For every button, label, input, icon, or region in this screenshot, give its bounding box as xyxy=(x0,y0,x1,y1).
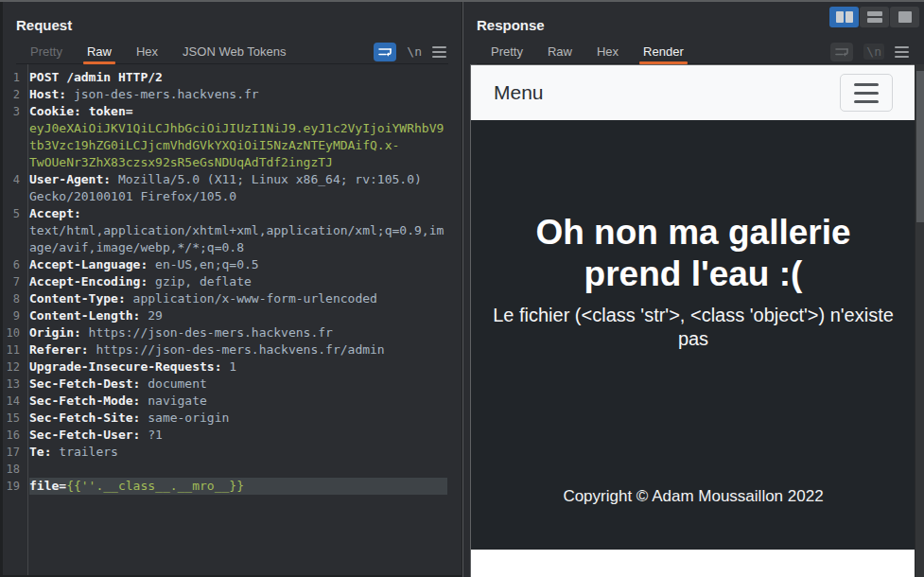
line-number: 3 xyxy=(3,103,24,171)
line-content: Accept-Language: en-US,en;q=0.5 xyxy=(29,256,447,273)
hamburger-menu-icon xyxy=(854,83,879,86)
request-line[interactable]: 5Accept: text/html,application/xhtml+xml… xyxy=(3,205,462,256)
line-number: 18 xyxy=(3,461,24,478)
line-number: 16 xyxy=(3,427,24,444)
line-content: Accept-Encoding: gzip, deflate xyxy=(29,273,447,290)
render-scrollbar[interactable] xyxy=(915,64,924,577)
word-wrap-toggle-button[interactable] xyxy=(374,43,396,61)
navbar-brand[interactable]: Menu xyxy=(494,81,544,104)
word-wrap-icon xyxy=(834,45,849,59)
tab-pretty[interactable]: Pretty xyxy=(18,40,75,63)
tab-hex[interactable]: Hex xyxy=(584,40,631,63)
line-content: Sec-Fetch-Mode: navigate xyxy=(29,393,447,410)
render-scrollbar-thumb[interactable] xyxy=(916,71,924,222)
split-columns-button[interactable] xyxy=(829,7,859,27)
line-number: 8 xyxy=(3,290,24,307)
line-content xyxy=(29,461,447,478)
request-line[interactable]: 3Cookie: token=eyJ0eXAiOiJKV1QiLCJhbGciO… xyxy=(3,103,462,171)
line-number: 17 xyxy=(3,444,24,461)
line-number: 10 xyxy=(3,324,24,341)
tab-pretty[interactable]: Pretty xyxy=(479,40,535,63)
response-tabs: PrettyRawHexRender xyxy=(479,40,696,63)
line-number: 13 xyxy=(3,376,24,393)
layout-switcher xyxy=(829,7,919,27)
tab-hex[interactable]: Hex xyxy=(124,40,170,63)
request-line[interactable]: 6Accept-Language: en-US,en;q=0.5 xyxy=(3,256,462,273)
line-content: Content-Type: application/x-www-form-url… xyxy=(29,290,447,307)
line-content: Sec-Fetch-Site: same-origin xyxy=(29,410,447,427)
line-number: 19 xyxy=(3,478,24,495)
line-content: Content-Length: 29 xyxy=(29,307,447,324)
single-pane-icon xyxy=(898,11,912,23)
request-line[interactable]: 12Upgrade-Insecure-Requests: 1 xyxy=(3,358,462,376)
line-number: 2 xyxy=(3,86,24,103)
navbar-toggler-button[interactable] xyxy=(840,74,893,112)
page-bottom-section xyxy=(471,550,915,577)
tab-render[interactable]: Render xyxy=(631,40,696,63)
rendered-navbar: Menu xyxy=(471,65,915,120)
line-number: 9 xyxy=(3,307,24,324)
request-line[interactable]: 14Sec-Fetch-Mode: navigate xyxy=(3,393,462,410)
render-viewport: Menu Oh non ma gallerie prend l'eau :( L… xyxy=(470,64,915,577)
split-rows-button[interactable] xyxy=(860,7,889,27)
show-newlines-toggle-disabled[interactable]: \n xyxy=(863,44,884,60)
line-content: Origin: https://json-des-mers.hackvens.f… xyxy=(29,324,447,341)
line-number: 15 xyxy=(3,410,24,427)
request-line[interactable]: 4User-Agent: Mozilla/5.0 (X11; Linux x86… xyxy=(3,171,462,205)
line-content: Cookie: token=eyJ0eXAiOiJKV1QiLCJhbGciOi… xyxy=(29,103,447,171)
request-line[interactable]: 8Content-Type: application/x-www-form-ur… xyxy=(3,290,462,307)
line-content: file={{''.__class__.__mro__}} xyxy=(29,478,447,495)
request-line[interactable]: 15Sec-Fetch-Site: same-origin xyxy=(3,410,462,427)
show-newlines-toggle[interactable]: \n xyxy=(407,44,422,59)
response-toolbar: \n xyxy=(830,43,909,61)
error-detail-wrap: Le fichier (<class 'str'>, <class 'objec… xyxy=(471,304,915,351)
line-content: Host: json-des-mers.hackvens.fr xyxy=(29,86,447,103)
line-number: 11 xyxy=(3,341,24,358)
request-menu-button[interactable] xyxy=(432,44,446,60)
line-number: 7 xyxy=(3,273,24,290)
gutter-divider xyxy=(27,64,28,575)
request-title: Request xyxy=(16,17,448,34)
line-content: Sec-Fetch-Dest: document xyxy=(29,376,447,393)
request-line[interactable]: 9Content-Length: 29 xyxy=(3,307,462,324)
line-content: User-Agent: Mozilla/5.0 (X11; Linux x86_… xyxy=(29,171,447,205)
request-tabs: PrettyRawHexJSON Web Tokens xyxy=(18,40,298,63)
hamburger-menu-icon xyxy=(895,46,909,48)
line-content: POST /admin HTTP/2 xyxy=(29,69,447,86)
line-content: Sec-Fetch-User: ?1 xyxy=(29,427,447,444)
response-tab-bar: PrettyRawHexRender \n xyxy=(477,40,911,64)
tab-raw[interactable]: Raw xyxy=(75,40,124,63)
line-number: 4 xyxy=(3,171,24,205)
request-line[interactable]: 13Sec-Fetch-Dest: document xyxy=(3,376,462,393)
line-number: 5 xyxy=(3,205,24,256)
request-line[interactable]: 1POST /admin HTTP/2 xyxy=(3,69,462,86)
request-line[interactable]: 11Referer: https://json-des-mers.hackven… xyxy=(3,341,462,358)
split-columns-icon xyxy=(836,11,844,23)
error-detail: Le fichier (<class 'str'>, <class 'objec… xyxy=(490,304,897,351)
request-line[interactable]: 10Origin: https://json-des-mers.hackvens… xyxy=(3,324,462,341)
line-content: Referer: https://json-des-mers.hackvens.… xyxy=(29,341,447,358)
request-toolbar: \n xyxy=(374,43,446,61)
request-line[interactable]: 17Te: trailers xyxy=(3,444,462,461)
request-line[interactable]: 7Accept-Encoding: gzip, deflate xyxy=(3,273,462,290)
line-number: 12 xyxy=(3,358,24,376)
request-editor[interactable]: 1POST /admin HTTP/22Host: json-des-mers.… xyxy=(3,64,462,575)
tab-raw[interactable]: Raw xyxy=(535,40,584,63)
hamburger-menu-icon xyxy=(432,46,446,48)
line-number: 6 xyxy=(3,256,24,273)
word-wrap-toggle-button-disabled[interactable] xyxy=(830,43,853,61)
request-line[interactable]: 19file={{''.__class__.__mro__}} xyxy=(3,478,462,495)
request-line[interactable]: 2Host: json-des-mers.hackvens.fr xyxy=(3,86,462,103)
response-menu-button[interactable] xyxy=(895,44,909,60)
line-content: Accept: text/html,application/xhtml+xml,… xyxy=(29,205,447,256)
request-panel: Request PrettyRawHexJSON Web Tokens \n xyxy=(3,2,462,575)
line-number: 1 xyxy=(3,69,24,86)
line-content: Te: trailers xyxy=(29,444,447,461)
copyright-footer: Copyright © Adam Moussaillon 2022 xyxy=(471,487,915,506)
response-panel: Response PrettyRawHexRender \n Menu xyxy=(462,2,924,577)
error-heading-wrap: Oh non ma gallerie prend l'eau :( xyxy=(471,212,915,295)
single-pane-button[interactable] xyxy=(890,7,919,27)
request-line[interactable]: 18 xyxy=(3,461,462,478)
tab-json-web-tokens[interactable]: JSON Web Tokens xyxy=(170,40,298,63)
request-line[interactable]: 16Sec-Fetch-User: ?1 xyxy=(3,427,462,444)
